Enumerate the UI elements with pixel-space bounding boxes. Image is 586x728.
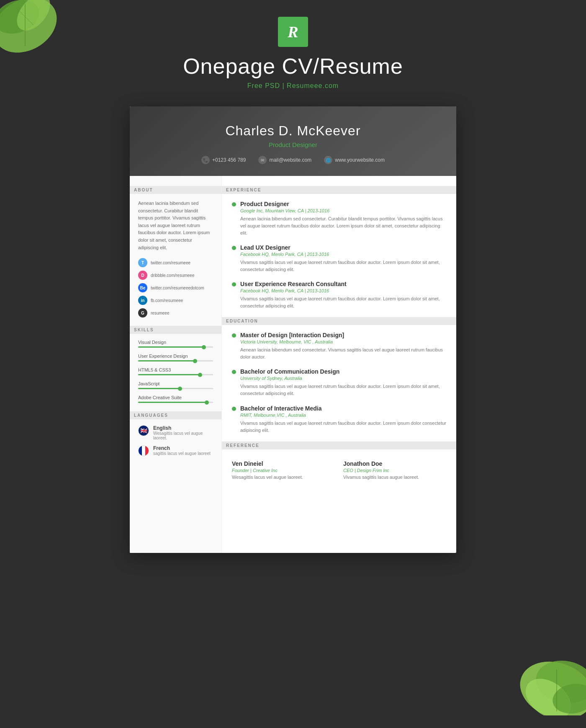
svg-point-1: [0, 0, 44, 40]
edu-content-3: Bachelor of Interactive Media RMIT, Melb…: [240, 405, 446, 434]
language-english-info: English Wesagittis lacus vel augue laore…: [153, 425, 213, 440]
edu-bullet-3: [232, 407, 236, 411]
social-dribbble: D dribbble.com/resumeee: [138, 271, 213, 280]
reference-row: Ven Dineiel Founder | Creative Inc Wesag…: [232, 456, 446, 484]
experience-section-header: EXPERIENCE: [222, 186, 456, 194]
reference-section-header: REFERENCE: [222, 441, 456, 449]
edu-title-2: Bachelor of Communication Design: [240, 368, 446, 375]
social-linkedin: in fb.com/resumeee: [138, 296, 213, 305]
exp-content-3: User Experience Research Consultant Face…: [240, 281, 446, 310]
skill-fill-4: [138, 388, 182, 389]
resume-body: ABOUT Aenean lacinia bibendum sed consec…: [130, 176, 456, 553]
svg-point-2: [10, 0, 57, 37]
languages-section-header: LANGUAGES: [130, 411, 221, 419]
skill-javascript: JavaScript: [138, 381, 213, 389]
linkedin-url: fb.com/resumeee: [151, 298, 183, 303]
skill-dot-5: [205, 400, 209, 405]
exp-company-1: Google Inc, Mountain View, CA | 2013-101…: [240, 208, 446, 213]
skill-bar-4: [138, 388, 213, 389]
ref-desc-2: Vivamus sagittis lacus augue laoreet.: [343, 475, 446, 480]
exp-content-1: Product Designer Google Inc, Mountain Vi…: [240, 201, 446, 237]
edu-bullet-1: [232, 333, 236, 338]
social-github: G resumeee: [138, 308, 213, 318]
skill-name-3: HTML5 & CSS3: [138, 367, 213, 372]
skill-bar-3: [138, 374, 213, 375]
skill-name-2: User Experience Design: [138, 354, 213, 359]
contact-phone: 📞 +0123 456 789: [201, 156, 246, 164]
page-subtitle: Free PSD | Resumeee.com: [247, 82, 339, 90]
skill-dot-1: [202, 345, 206, 349]
edu-desc-1: Aenean lacinia bibendum sed consectetur.…: [240, 346, 446, 361]
skills-section: SKILLS Visual Design User Experience Des…: [138, 326, 213, 403]
contact-website: 🌐 www.yourwebsite.com: [324, 156, 385, 164]
skill-dot-4: [178, 387, 182, 391]
github-url: resumeee: [151, 311, 169, 315]
skill-html-css: HTML5 & CSS3: [138, 367, 213, 375]
edu-title-1: Master of Design [Interaction Design]: [240, 332, 446, 338]
contact-row: 📞 +0123 456 789 ✉ mail@website.com 🌐 www…: [142, 156, 444, 164]
skill-name-5: Adobe Creative Suite: [138, 395, 213, 400]
edu-content-1: Master of Design [Interaction Design] Vi…: [240, 332, 446, 361]
website-icon: 🌐: [324, 156, 332, 164]
ref-title-1: Founder | Creative Inc: [232, 468, 335, 473]
skill-ux-design: User Experience Design: [138, 354, 213, 361]
edu-desc-3: Vivamus sagittis lacus vel augue laoreet…: [240, 420, 446, 434]
languages-section: LANGUAGES 🇬🇧 English Wesagittis lacus ve…: [138, 411, 213, 456]
bullet-1: [232, 202, 236, 207]
logo-box: R: [278, 17, 308, 47]
edu-item-2: Bachelor of Communication Design Univers…: [232, 368, 446, 397]
skill-visual-design: Visual Design: [138, 340, 213, 348]
language-english-desc: Wesagittis lacus vel augue laoreet.: [153, 431, 213, 440]
skill-fill-5: [138, 402, 208, 403]
twitter-icon: T: [138, 258, 147, 267]
left-column: ABOUT Aenean lacinia bibendum sed consec…: [130, 176, 222, 553]
phone-icon: 📞: [201, 156, 210, 164]
dribbble-icon: D: [138, 271, 147, 280]
language-english-name: English: [153, 425, 213, 431]
exp-item-3: User Experience Research Consultant Face…: [232, 281, 446, 310]
linkedin-icon: in: [138, 296, 147, 305]
ref-name-1: Ven Dineiel: [232, 460, 335, 467]
email-icon: ✉: [258, 156, 267, 164]
exp-item-1: Product Designer Google Inc, Mountain Vi…: [232, 201, 446, 237]
top-section: R Onepage CV/Resume Free PSD | Resumeee.…: [183, 17, 403, 90]
about-section-header: ABOUT: [130, 186, 221, 194]
resume-header: Charles D. McKeever Product Designer 📞 +…: [130, 106, 456, 176]
svg-point-6: [532, 656, 586, 708]
skill-fill-3: [138, 374, 202, 375]
social-behance: Be twitter.com/resumeeedotcom: [138, 283, 213, 292]
svg-point-8: [550, 681, 586, 715]
edu-title-3: Bachelor of Interactive Media: [240, 405, 446, 412]
bullet-2: [232, 246, 236, 250]
svg-point-7: [518, 671, 578, 715]
svg-point-5: [512, 652, 586, 715]
ref-desc-1: Wesagittis lacus vel augue laoreet.: [232, 475, 335, 480]
skill-dot-2: [193, 359, 197, 363]
skill-name-1: Visual Design: [138, 340, 213, 345]
exp-item-2: Lead UX Designer Facebook HQ, Menlo Park…: [232, 244, 446, 273]
svg-point-0: [0, 0, 67, 64]
skill-dot-3: [198, 373, 202, 377]
twitter-url: twitter.com/resumeee: [151, 261, 190, 265]
skills-section-header: SKILLS: [130, 326, 221, 334]
language-english: 🇬🇧 English Wesagittis lacus vel augue la…: [138, 425, 213, 440]
skill-adobe: Adobe Creative Suite: [138, 395, 213, 403]
resume-name: Charles D. McKeever: [142, 123, 444, 139]
edu-institution-1: Victoria University, Melbourne, VIC , Au…: [240, 339, 446, 344]
about-text: Aenean lacinia bibendum sed consectetur.…: [138, 200, 213, 251]
exp-desc-1: Aenean lacinia bibendum sed consectetur.…: [240, 215, 446, 237]
ref-name-2: Jonathon Doe: [343, 460, 446, 467]
edu-institution-2: University of Sydney, Australia: [240, 376, 446, 381]
svg-line-4: [17, 8, 33, 25]
behance-icon: Be: [138, 283, 147, 292]
right-column: EXPERIENCE Product Designer Google Inc, …: [222, 176, 456, 553]
edu-content-2: Bachelor of Communication Design Univers…: [240, 368, 446, 397]
exp-title-1: Product Designer: [240, 201, 446, 207]
skill-name-4: JavaScript: [138, 381, 213, 386]
edu-item-3: Bachelor of Interactive Media RMIT, Melb…: [232, 405, 446, 434]
skill-bar-5: [138, 402, 213, 403]
exp-company-2: Facebook HQ, Menlo Park, CA | 2013-1016: [240, 252, 446, 257]
flag-fr: [138, 445, 149, 456]
exp-desc-3: Vivamus sagittis lacus vel augue laoreet…: [240, 295, 446, 310]
resume-job-title: Product Designer: [142, 141, 444, 148]
